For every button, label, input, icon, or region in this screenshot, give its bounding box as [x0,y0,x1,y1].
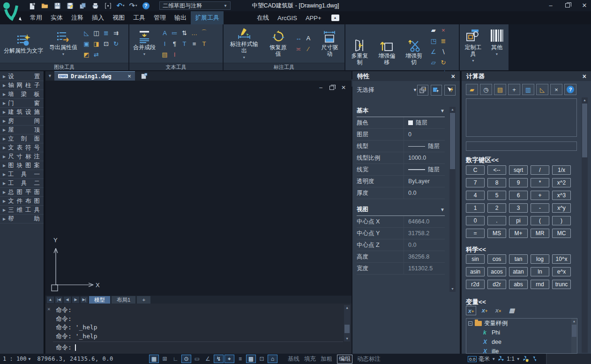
tool-icon[interactable]: ◨ [91,38,101,49]
close-properties-icon[interactable]: × [451,73,455,80]
annotation-scale-icon[interactable] [497,355,505,363]
unit-badge[interactable]: 0.0 [468,356,477,362]
variable-item-0[interactable]: kPhi [466,328,577,337]
tool-icon[interactable]: ◳ [428,36,438,46]
workspace-selector[interactable]: 二维草图与注释 ▼ [159,1,231,10]
chevron-down-icon[interactable]: ▼ [492,357,495,361]
undo-button[interactable]: ↶▾ [116,1,125,10]
close-button[interactable]: ✕ [580,1,589,9]
object-snap-icon[interactable]: ∠ [203,355,213,363]
calc-key[interactable]: 6 [509,191,528,200]
hatch-display-icon[interactable]: ▩ [246,355,256,363]
open-button[interactable] [40,1,49,10]
tool-icon[interactable]: × [438,25,448,36]
close-command-icon[interactable]: ✕ [47,306,51,312]
status-toggle-1[interactable]: 填充 [304,355,316,363]
calc-key[interactable]: 4 [466,191,485,200]
calc-sci-key[interactable]: rnd [531,280,549,289]
next-layout-icon[interactable]: ▶ [72,297,79,303]
lineweight-icon[interactable]: ≡ [235,355,245,363]
calc-sci-key[interactable]: e^x [552,267,571,276]
sidebar-item-13[interactable]: ▶总图平面 [0,188,44,197]
new-drawing-button[interactable] [27,1,37,10]
viewport-scale[interactable]: 1 : 100 [3,356,27,362]
sidebar-item-9[interactable]: ▶尺寸标注 [0,152,44,161]
grid-display-icon[interactable]: ▦ [149,355,159,363]
tool-icon[interactable]: ◩ [82,49,91,60]
export-attr-button[interactable]: 导出属性值▼ [47,30,79,58]
restore-value-button[interactable]: 恢复原值 [265,30,292,58]
scroll-thumb[interactable] [572,325,576,337]
app-logo[interactable] [1,1,24,24]
minimize-button[interactable]: – [546,1,555,9]
sidebar-item-11[interactable]: ▶工具一 [0,170,44,179]
clear-history-button[interactable]: × [550,84,562,95]
calc-key[interactable]: 5 [487,191,506,200]
sidebar-item-0[interactable]: ▶设置 [0,72,44,81]
clean-button[interactable] [103,1,112,10]
sidebar-item-5[interactable]: ▶房间 [0,117,44,126]
doc-minimize-button[interactable]: – [319,84,322,91]
calc-key[interactable]: MR [531,229,549,238]
calc-key[interactable]: * [531,178,549,187]
auto-annotation-icon[interactable] [531,355,537,363]
property-value[interactable]: ByLayer [404,176,445,187]
scientific-header[interactable]: 科学<< [466,245,486,254]
property-value[interactable]: 随层 [404,117,445,128]
calc-key[interactable]: pi [509,216,528,225]
ribbon-tab-7[interactable]: 输出 [170,11,191,24]
dynamic-ucs-icon[interactable]: ⌖ [224,355,234,363]
status-toggle-3[interactable]: 编组 [337,355,352,364]
doc-restore-button[interactable] [329,86,334,90]
restore-button[interactable] [563,1,572,9]
drawing-tab[interactable]: DWG Drawing1.dwg × [54,71,135,81]
calc-key[interactable]: C [466,165,485,175]
tool-icon[interactable]: I [170,49,180,60]
calc-key[interactable]: 1/x [552,165,571,175]
scroll-thumb[interactable] [582,104,587,157]
calc-sci-key[interactable]: log [531,254,549,264]
polar-snap-icon[interactable]: ∟ [171,355,180,363]
calc-sci-key[interactable]: acos [487,267,506,276]
variables-header[interactable]: 变量<< [466,298,486,306]
close-calculator-icon[interactable]: × [583,73,586,80]
tree-scrollbar[interactable]: ▲ [571,319,577,353]
annotation-visibility-icon[interactable] [522,355,530,363]
ribbon-tab-9[interactable]: 在线 [253,11,273,24]
variable-tree-root[interactable]: −变量样例 [466,319,577,328]
scroll-thumb[interactable] [344,325,350,333]
calc-key[interactable]: x^3 [552,191,571,200]
tool-icon[interactable]: ⊡ [101,38,111,49]
scroll-up-icon[interactable]: ▲ [449,107,456,112]
plot-button[interactable] [90,1,100,10]
tool-icon[interactable]: ≣ [101,28,111,38]
tool-icon[interactable]: ⌒ [199,28,209,38]
calc-key[interactable]: / [531,165,549,175]
polar-tracking-icon[interactable]: ⊙ [181,355,191,363]
history-button[interactable]: ◷ [480,84,492,95]
tool-icon[interactable]: ⇅ [180,28,189,38]
tool-icon[interactable]: ↔ [293,33,303,44]
tool-icon[interactable]: ≣ [438,36,448,46]
copy-with-base-point-button[interactable] [78,1,87,10]
property-value[interactable]: 0 [404,129,445,140]
property-value[interactable]: 0.0 [404,187,445,199]
properties-scrollbar[interactable]: ▲ ▼ [449,107,456,292]
calculator-input[interactable] [466,141,577,151]
calc-sci-key[interactable]: sin [466,254,485,264]
ribbon-tab-8[interactable]: 扩展工具 [191,11,224,24]
property-section-header[interactable]: 基本▼ [357,107,445,117]
property-value[interactable]: 0.0 [404,239,445,251]
unit-label[interactable]: 毫米 [479,355,490,363]
ribbon-tab-0[interactable]: 常用 [26,11,46,24]
property-section-header[interactable]: 视图▼ [357,206,445,216]
snap-mode-icon[interactable]: ⊞ [160,355,170,363]
tool-icon[interactable]: A [303,33,313,44]
save-button[interactable] [52,1,62,10]
ribbon-tab-10[interactable]: ArcGIS [273,11,301,24]
calc-key[interactable]: 1 [466,203,485,213]
ortho-mode-icon[interactable]: ▭ [192,355,202,363]
measure-distance-button[interactable]: ▥ [522,84,534,95]
variable-item-1[interactable]: Xdee [466,337,577,347]
scroll-up-icon[interactable]: ▲ [582,97,588,103]
